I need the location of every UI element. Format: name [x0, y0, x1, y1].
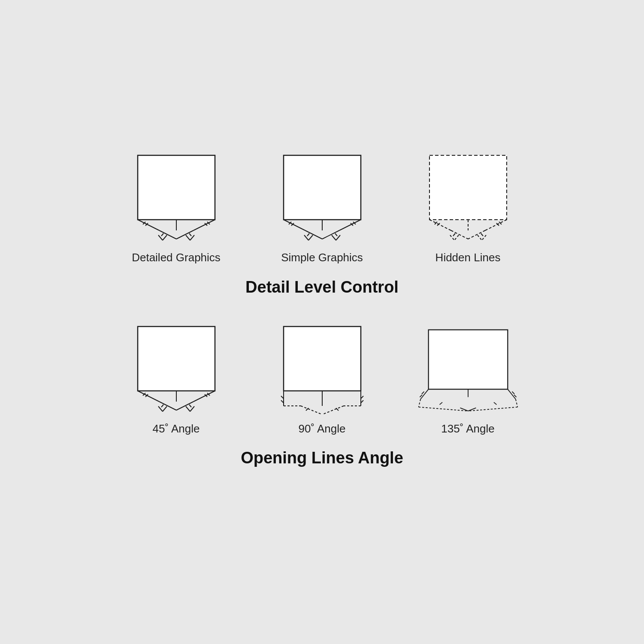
simple-graphics-label: Simple Graphics	[281, 251, 363, 265]
svg-line-47	[482, 235, 486, 240]
svg-line-20	[322, 230, 339, 239]
bottom-diagram-row: 45˚ Angle	[116, 322, 528, 436]
svg-line-17	[284, 220, 305, 230]
svg-line-35	[485, 220, 507, 230]
svg-line-76	[306, 408, 308, 411]
svg-line-59	[189, 405, 191, 407]
svg-line-91	[494, 402, 496, 405]
top-diagram-row: Detailed Graphics	[116, 151, 528, 265]
angle45-label: 45˚ Angle	[153, 422, 200, 436]
svg-line-62	[186, 406, 190, 411]
svg-line-61	[163, 406, 167, 411]
angle135-label: 135˚ Angle	[441, 422, 494, 436]
detailed-graphics-label: Detailed Graphics	[132, 251, 221, 265]
svg-line-79	[420, 389, 428, 399]
svg-line-50	[159, 402, 176, 410]
svg-line-19	[339, 220, 361, 230]
main-container: Detailed Graphics	[22, 151, 623, 493]
svg-line-63	[190, 406, 194, 411]
svg-rect-16	[284, 155, 361, 220]
svg-line-4	[176, 230, 194, 239]
svg-line-13	[163, 235, 167, 240]
svg-line-10	[161, 233, 163, 236]
svg-line-52	[176, 402, 194, 410]
svg-rect-64	[284, 327, 361, 391]
hidden-lines-item: Hidden Lines	[408, 151, 528, 265]
svg-line-26	[307, 233, 309, 236]
angle90-svg	[271, 322, 374, 417]
svg-line-18	[305, 230, 322, 239]
svg-line-27	[335, 233, 337, 236]
svg-line-77	[336, 408, 339, 411]
svg-line-2	[159, 230, 176, 239]
svg-line-88	[512, 391, 514, 394]
svg-line-70	[301, 406, 322, 414]
svg-line-71	[322, 406, 344, 414]
bottom-section: 45˚ Angle	[22, 322, 623, 493]
svg-line-43	[481, 233, 483, 236]
angle135-item: 135˚ Angle	[408, 322, 528, 436]
angle90-item: 90˚ Angle	[262, 322, 382, 436]
svg-line-29	[308, 235, 313, 240]
svg-line-49	[138, 391, 159, 402]
svg-rect-48	[138, 327, 215, 391]
svg-line-58	[161, 405, 163, 407]
angle45-svg	[125, 322, 228, 417]
svg-rect-0	[138, 155, 215, 220]
svg-line-1	[138, 220, 159, 230]
svg-line-51	[194, 391, 215, 402]
svg-line-15	[190, 235, 194, 240]
bottom-section-title: Opening Lines Angle	[241, 449, 403, 467]
svg-line-33	[429, 220, 451, 230]
svg-line-28	[304, 235, 308, 240]
svg-line-30	[332, 235, 336, 240]
angle45-item: 45˚ Angle	[116, 322, 236, 436]
svg-line-11	[189, 233, 191, 236]
svg-line-34	[451, 230, 468, 239]
top-section: Detailed Graphics	[22, 151, 623, 322]
svg-rect-78	[428, 330, 508, 389]
angle90-label: 90˚ Angle	[299, 422, 346, 436]
svg-line-14	[186, 235, 190, 240]
svg-rect-32	[429, 155, 507, 220]
top-section-title: Detail Level Control	[245, 278, 399, 296]
svg-line-81	[508, 389, 515, 399]
svg-line-31	[336, 235, 340, 240]
hidden-lines-svg	[417, 151, 520, 245]
svg-line-46	[478, 235, 482, 240]
svg-line-60	[158, 406, 163, 411]
hidden-lines-label: Hidden Lines	[435, 251, 501, 265]
svg-line-42	[453, 233, 455, 236]
simple-graphics-svg	[271, 151, 374, 245]
svg-line-36	[468, 230, 485, 239]
angle135-svg	[417, 322, 520, 417]
detailed-graphics-svg	[125, 151, 228, 245]
svg-line-12	[158, 235, 163, 240]
svg-line-80	[418, 399, 420, 407]
svg-line-89	[514, 395, 517, 397]
detailed-graphics-item: Detailed Graphics	[116, 151, 236, 265]
svg-line-90	[439, 402, 442, 405]
svg-line-86	[422, 391, 424, 394]
svg-line-45	[454, 235, 459, 240]
svg-line-87	[420, 395, 422, 397]
simple-graphics-item: Simple Graphics	[262, 151, 382, 265]
svg-line-3	[194, 220, 215, 230]
svg-line-82	[515, 399, 517, 407]
svg-line-44	[450, 235, 454, 240]
